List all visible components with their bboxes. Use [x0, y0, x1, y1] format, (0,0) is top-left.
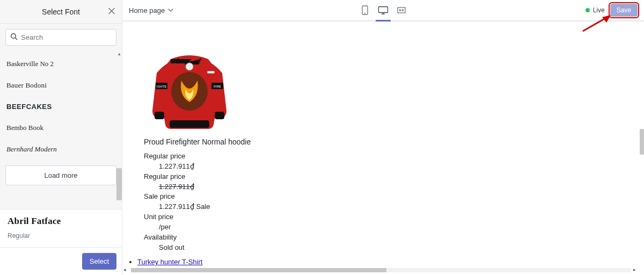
svg-line-7 [16, 38, 18, 40]
live-label: Live [593, 6, 605, 14]
scroll-up-icon[interactable]: ▴ [116, 51, 122, 57]
related-product-link[interactable]: Turkey hunter T-Shirt [137, 258, 202, 266]
svg-rect-9 [155, 112, 164, 119]
select-bar: Select [0, 248, 122, 275]
regular-price-label-2: Regular price [144, 172, 640, 182]
live-dot-icon [586, 8, 590, 12]
font-list: Baskerville No 2Bauer BodoniBeefcakesBem… [0, 51, 122, 209]
viewport-fullwidth[interactable] [396, 5, 407, 16]
search-wrap [0, 24, 122, 51]
font-item[interactable]: Bernhard Modern [0, 139, 122, 160]
availability-value: Sold out [159, 243, 640, 253]
regular-price-label: Regular price [144, 151, 640, 162]
related-link-list: Turkey hunter T-Shirt [137, 258, 640, 266]
page-dropdown[interactable]: Home page [129, 6, 173, 15]
sale-price-value: 1.227.911₫ [159, 202, 194, 211]
page-vscroll-thumb[interactable] [640, 129, 644, 155]
svg-rect-2 [379, 7, 388, 13]
search-icon [10, 33, 18, 42]
sale-tag: Sale [196, 202, 210, 211]
font-item[interactable]: Bauer Bodoni [0, 75, 122, 96]
hscroll-thumb[interactable] [131, 268, 386, 272]
load-more-button[interactable]: Load more [5, 165, 116, 185]
availability-label: Availability [144, 233, 640, 243]
svg-marker-5 [602, 15, 611, 23]
price-block: Regular price 1.227.911₫ Regular price 1… [144, 151, 640, 252]
live-status: Live [586, 6, 605, 14]
svg-line-4 [583, 18, 605, 31]
list-item: Turkey hunter T-Shirt [137, 258, 640, 266]
svg-point-6 [11, 34, 16, 39]
save-button[interactable]: Save [610, 4, 638, 17]
sale-price-row: 1.227.911₫ Sale [159, 202, 640, 212]
unit-price-label: Unit price [144, 212, 640, 222]
font-item[interactable]: Beefcakes [0, 96, 122, 117]
svg-text:IGHTE: IGHTE [157, 85, 166, 88]
selected-font-panel: Abril Fatface Regular [0, 209, 122, 248]
product-image: IGHTE FIRE [144, 43, 235, 134]
svg-rect-8 [170, 120, 209, 128]
canvas-hscrollbar[interactable]: ◂ ▸ [126, 267, 636, 273]
preview-canvas: IGHTE FIRE Proud Firefighter Normal hood… [122, 21, 640, 275]
viewport-toggles [122, 5, 644, 16]
viewport-mobile[interactable] [360, 5, 370, 16]
regular-price-value: 1.227.911₫ [159, 162, 640, 172]
viewport-desktop[interactable] [378, 5, 389, 16]
svg-point-1 [364, 13, 365, 14]
font-item[interactable]: Baskerville No 2 [0, 53, 122, 75]
scroll-thumb[interactable] [116, 168, 122, 200]
svg-text:FIRE: FIRE [214, 85, 221, 88]
sidebar-title: Select Font [42, 8, 80, 16]
selected-font-weight: Regular [8, 232, 114, 240]
font-item[interactable]: Bembo Book [0, 117, 122, 139]
product-title: Proud Firefighter Normal hoodie [144, 138, 640, 146]
scroll-left-icon[interactable]: ◂ [123, 267, 129, 272]
annotation-arrow-icon [581, 15, 611, 35]
sale-price-label: Sale price [144, 192, 640, 202]
top-bar: Home page Live Save [122, 0, 644, 21]
close-icon[interactable] [106, 5, 118, 18]
search-input[interactable] [21, 33, 112, 41]
sidebar-header: Select Font [0, 0, 122, 24]
font-sidebar: Select Font Baskerville No 2Bauer Bodoni… [0, 0, 122, 275]
svg-rect-18 [207, 69, 215, 71]
unit-price-per: /per [159, 222, 640, 233]
svg-rect-10 [215, 112, 224, 119]
select-button[interactable]: Select [82, 253, 116, 270]
scroll-right-icon[interactable]: ▸ [633, 267, 639, 272]
chevron-down-icon [168, 6, 173, 15]
selected-font-name: Abril Fatface [8, 216, 114, 227]
search-box[interactable] [5, 29, 116, 46]
svg-point-16 [186, 63, 193, 70]
regular-price-strike: 1.227.911₫ [159, 182, 640, 192]
page-dropdown-label: Home page [129, 6, 165, 15]
